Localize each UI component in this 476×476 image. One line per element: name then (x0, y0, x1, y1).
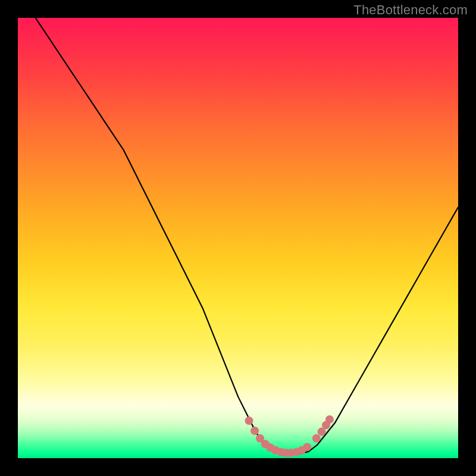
marker-point (245, 416, 253, 425)
chart-frame: TheBottleneck.com (0, 0, 476, 476)
marker-point (250, 427, 259, 435)
chart-svg (18, 18, 458, 458)
marker-point (303, 443, 311, 452)
bottleneck-curve (36, 18, 458, 454)
plot-area (18, 18, 458, 458)
marker-point (312, 434, 321, 443)
watermark-text: TheBottleneck.com (353, 2, 468, 18)
marker-point (325, 415, 334, 424)
optimal-zone-markers (245, 415, 334, 457)
